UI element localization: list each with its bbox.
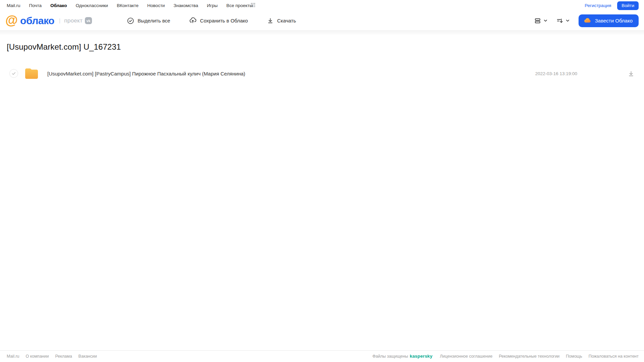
logo-project-label: проект — [64, 17, 83, 24]
row-download-button[interactable] — [628, 70, 635, 77]
portal-nav: Mail.ru Почта Облако Одноклассники ВКонт… — [0, 0, 644, 11]
vk-logo-icon: vk — [85, 17, 92, 24]
logo-divider: | — [59, 17, 60, 24]
protected-label: Файлы защищены — [373, 354, 408, 359]
portal-link-cloud[interactable]: Облако — [50, 3, 67, 8]
kaspersky-protected: Файлы защищеныkaspersky — [373, 354, 433, 359]
download-icon — [628, 70, 635, 77]
row-checkbox[interactable] — [9, 69, 18, 78]
select-all-label: Выделить все — [138, 18, 170, 23]
footer-link-ads[interactable]: Реклама — [55, 354, 72, 359]
chevron-down-icon — [565, 18, 570, 23]
page-footer: Mail.ru О компании Реклама Вакансии Файл… — [0, 350, 644, 362]
get-cloud-button[interactable]: Завести Облако — [579, 14, 639, 27]
footer-link-vacancies[interactable]: Вакансии — [79, 354, 97, 359]
sort-icon — [556, 17, 563, 24]
portal-link-dating[interactable]: Знакомства — [174, 3, 198, 8]
cloud-logo[interactable]: @ облако | проект vk — [5, 15, 92, 27]
main-content: [UsupovMarket.com] U_167231 [UsupovMarke… — [0, 42, 644, 83]
mailru-at-icon: @ — [5, 14, 18, 27]
page-title: [UsupovMarket.com] U_167231 — [7, 42, 637, 52]
portal-link-games[interactable]: Игры — [207, 3, 218, 8]
chevron-down-icon — [543, 18, 548, 23]
portal-link-mailru[interactable]: Mail.ru — [7, 3, 20, 8]
app-header: @ облако | проект vk Выделить все Сохран… — [0, 11, 644, 30]
auth-area: Регистрация Войти — [585, 1, 639, 10]
footer-right: Файлы защищеныkaspersky Лицензионное сог… — [373, 354, 639, 359]
cloud-upload-icon — [189, 17, 200, 24]
download-label: Скачать — [277, 18, 296, 23]
portal-link-all-projects[interactable]: Все проекты — [226, 3, 253, 8]
file-row[interactable]: [UsupovMarket.com] [PastryCampus] Пирожн… — [7, 64, 637, 83]
view-mode-dropdown[interactable] — [534, 17, 548, 24]
footer-link-help[interactable]: Помощь — [566, 354, 582, 359]
check-circle-icon — [127, 17, 138, 24]
portal-link-ok[interactable]: Одноклассники — [76, 3, 108, 8]
sort-dropdown[interactable] — [556, 17, 570, 24]
orange-cloud-icon — [583, 16, 595, 25]
footer-link-mailru[interactable]: Mail.ru — [7, 354, 19, 359]
footer-link-report[interactable]: Пожаловаться на контент — [589, 354, 639, 359]
logo-wordmark: облако — [20, 15, 54, 27]
file-name-link[interactable]: [UsupovMarket.com] [PastryCampus] Пирожн… — [47, 71, 245, 76]
kaspersky-logo: kaspersky — [410, 354, 433, 359]
footer-link-company[interactable]: О компании — [26, 354, 49, 359]
get-cloud-label: Завести Облако — [595, 18, 633, 23]
apps-grid-icon[interactable] — [251, 3, 255, 9]
save-to-cloud-button[interactable]: Сохранить в Облако — [189, 17, 248, 24]
portal-link-vk[interactable]: ВКонтакте — [117, 3, 139, 8]
footer-link-recommendations[interactable]: Рекомендательные технологии — [499, 354, 559, 359]
file-toolbar: Выделить все Сохранить в Облако Скачать — [127, 17, 296, 24]
file-date: 2022-03-16 13:19:00 — [535, 71, 577, 76]
footer-link-license[interactable]: Лицензионное соглашение — [440, 354, 493, 359]
download-icon — [267, 17, 277, 24]
register-link[interactable]: Регистрация — [585, 3, 611, 8]
list-view-icon — [534, 17, 541, 24]
portal-link-mail[interactable]: Почта — [29, 3, 42, 8]
select-all-button[interactable]: Выделить все — [127, 17, 170, 24]
save-to-cloud-label: Сохранить в Облако — [200, 18, 248, 23]
portal-link-news[interactable]: Новости — [147, 3, 165, 8]
download-button[interactable]: Скачать — [267, 17, 296, 24]
header-right-controls: Завести Облако — [534, 14, 639, 27]
check-icon — [11, 71, 16, 76]
login-button[interactable]: Войти — [617, 1, 639, 10]
folder-icon — [24, 67, 39, 80]
